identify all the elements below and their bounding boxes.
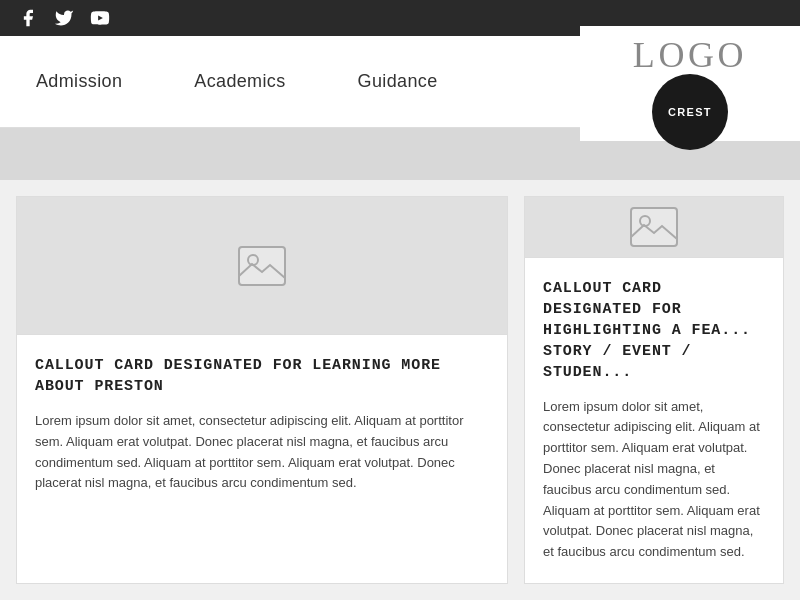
main-content: CALLOUT CARD DESIGNATED FOR LEARNING MOR…: [0, 180, 800, 600]
card-2-title: CALLOUT CARD DESIGNATED FOR HIGHLIGHTING…: [543, 278, 765, 383]
card-2: CALLOUT CARD DESIGNATED FOR HIGHLIGHTING…: [524, 196, 784, 584]
logo-text: LOGO: [633, 34, 747, 76]
card-1: CALLOUT CARD DESIGNATED FOR LEARNING MOR…: [16, 196, 508, 584]
svg-rect-1: [239, 247, 285, 285]
youtube-icon[interactable]: [88, 6, 112, 30]
facebook-icon[interactable]: [16, 6, 40, 30]
svg-rect-3: [631, 208, 677, 246]
card-2-image: [525, 197, 783, 258]
card-2-text: Lorem ipsum dolor sit amet, consectetur …: [543, 397, 765, 563]
header: Admission Academics Guidance LOGO CREST: [0, 36, 800, 128]
logo-area: LOGO CREST: [580, 26, 800, 141]
card-2-body: CALLOUT CARD DESIGNATED FOR HIGHLIGHTING…: [525, 258, 783, 583]
nav-item-guidance[interactable]: Guidance: [322, 71, 474, 92]
crest-circle: CREST: [652, 74, 728, 150]
crest-label: CREST: [668, 106, 712, 118]
twitter-icon[interactable]: [52, 6, 76, 30]
nav-item-academics[interactable]: Academics: [158, 71, 321, 92]
image-placeholder-icon-1: [238, 246, 286, 286]
card-1-body: CALLOUT CARD DESIGNATED FOR LEARNING MOR…: [17, 335, 507, 514]
image-placeholder-icon-2: [630, 207, 678, 247]
card-1-image: [17, 197, 507, 335]
nav-item-admission[interactable]: Admission: [24, 71, 158, 92]
card-1-title: CALLOUT CARD DESIGNATED FOR LEARNING MOR…: [35, 355, 489, 397]
card-1-text: Lorem ipsum dolor sit amet, consectetur …: [35, 411, 489, 494]
